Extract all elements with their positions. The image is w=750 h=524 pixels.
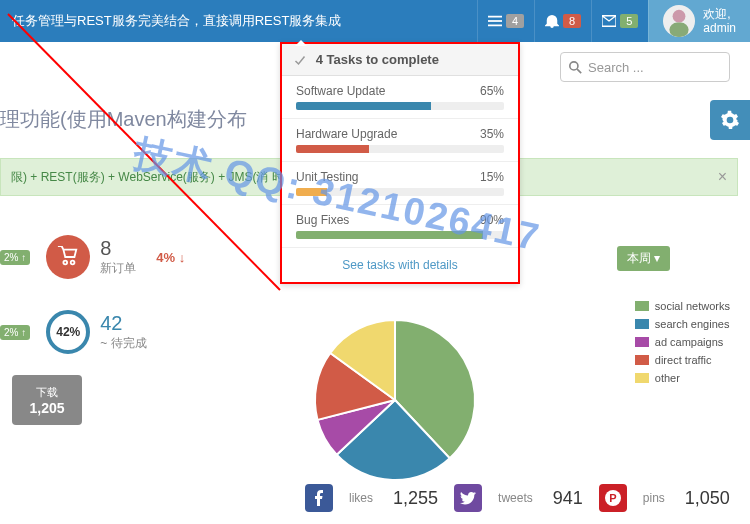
mail-count-badge: 5 [620, 14, 638, 28]
legend-item: direct traffic [635, 354, 730, 366]
facebook-icon[interactable] [305, 484, 333, 512]
mail-icon [602, 14, 616, 28]
svg-rect-0 [488, 16, 502, 18]
legend-item: search engines [635, 318, 730, 330]
settings-button[interactable] [710, 100, 750, 140]
task-name: Software Update [296, 84, 385, 98]
tech-alert-close[interactable]: × [718, 168, 727, 186]
legend-item: social networks [635, 300, 730, 312]
task-progress-bar [296, 145, 504, 153]
chart-legend: social networkssearch enginesad campaign… [635, 300, 730, 390]
fb-count: 1,255 [393, 488, 438, 509]
legend-item: other [635, 372, 730, 384]
orders-info: 8 新订单 [100, 237, 136, 277]
legend-item: ad campaigns [635, 336, 730, 348]
page-subtitle: 理功能(使用Maven构建分布 [0, 106, 247, 133]
search-input[interactable]: Search ... [560, 52, 730, 82]
check-icon [294, 55, 306, 67]
svg-point-3 [673, 10, 686, 23]
search-placeholder: Search ... [588, 60, 644, 75]
top-navbar: 任务管理与REST服务完美结合，直接调用REST服务集成 4 8 5 欢迎, a… [0, 0, 750, 42]
cart-icon [46, 235, 90, 279]
task-item[interactable]: Software Update65% [282, 76, 518, 119]
task-name: Unit Testing [296, 170, 358, 184]
twitter-icon[interactable] [454, 484, 482, 512]
stat-orders: 2% ↑ 8 新订单 4% ↓ [0, 235, 185, 279]
notify-count-badge: 8 [563, 14, 581, 28]
task-pct: 35% [480, 127, 504, 141]
svg-rect-4 [670, 23, 689, 37]
pi-label: pins [643, 491, 665, 505]
task-item[interactable]: Hardware Upgrade35% [282, 119, 518, 162]
app-title: 任务管理与REST服务完美结合，直接调用REST服务集成 [0, 12, 477, 30]
task-progress-bar [296, 102, 504, 110]
download-widget[interactable]: 下载 1,205 [12, 375, 82, 425]
task-list: Software Update65%Hardware Upgrade35%Uni… [282, 76, 518, 248]
svg-rect-2 [488, 25, 502, 27]
download-label: 下载 [36, 385, 58, 400]
user-text: 欢迎, admin [703, 7, 736, 35]
messages-toggle[interactable]: 5 [591, 0, 648, 42]
orders-label: 新订单 [100, 260, 136, 277]
svg-text:P: P [609, 492, 616, 504]
tw-count: 941 [553, 488, 583, 509]
tw-label: tweets [498, 491, 533, 505]
week-select[interactable]: 本周 ▾ [617, 246, 670, 271]
tasks-dropdown: 4 Tasks to complete Software Update65%Ha… [280, 42, 520, 284]
tasks-footer-link[interactable]: See tasks with details [282, 248, 518, 282]
task-progress-bar [296, 188, 504, 196]
traffic-pie-chart [295, 300, 495, 500]
task-progress-bar [296, 231, 504, 239]
svg-point-5 [570, 61, 578, 69]
orders-number: 8 [100, 237, 136, 260]
list-icon [488, 14, 502, 28]
user-menu[interactable]: 欢迎, admin [648, 0, 750, 42]
download-count: 1,205 [29, 400, 64, 416]
svg-line-6 [577, 69, 581, 73]
task-pct: 15% [480, 170, 504, 184]
orders-trend-badge: 2% ↑ [0, 250, 30, 265]
pending-number: 42 [100, 312, 146, 335]
bell-icon [545, 14, 559, 28]
task-pct: 65% [480, 84, 504, 98]
task-pct: 90% [480, 213, 504, 227]
dropdown-arrow [295, 40, 307, 46]
svg-rect-1 [488, 20, 502, 22]
username-label: admin [703, 21, 736, 35]
gear-icon [720, 110, 740, 130]
orders-down-trend: 4% ↓ [156, 250, 185, 265]
tasks-header-text: 4 Tasks to complete [316, 52, 439, 67]
pending-trend-badge: 2% ↑ [0, 325, 30, 340]
social-stats: likes 1,255 tweets 941 P pins 1,050 [305, 484, 730, 512]
pending-label: ~ 待完成 [100, 335, 146, 352]
avatar [663, 5, 695, 37]
task-name: Bug Fixes [296, 213, 349, 227]
task-item[interactable]: Bug Fixes90% [282, 205, 518, 248]
pinterest-icon[interactable]: P [599, 484, 627, 512]
task-item[interactable]: Unit Testing15% [282, 162, 518, 205]
topbar-icon-group: 4 8 5 [477, 0, 648, 42]
stat-pending: 2% ↑ 42% 42 ~ 待完成 [0, 310, 147, 354]
welcome-label: 欢迎, [703, 7, 736, 21]
task-name: Hardware Upgrade [296, 127, 397, 141]
progress-ring: 42% [46, 310, 90, 354]
tasks-count-badge: 4 [506, 14, 524, 28]
search-icon [569, 61, 582, 74]
tasks-header: 4 Tasks to complete [282, 44, 518, 76]
notifications-toggle[interactable]: 8 [534, 0, 591, 42]
fb-label: likes [349, 491, 373, 505]
tasks-toggle[interactable]: 4 [477, 0, 534, 42]
pending-info: 42 ~ 待完成 [100, 312, 146, 352]
pi-count: 1,050 [685, 488, 730, 509]
